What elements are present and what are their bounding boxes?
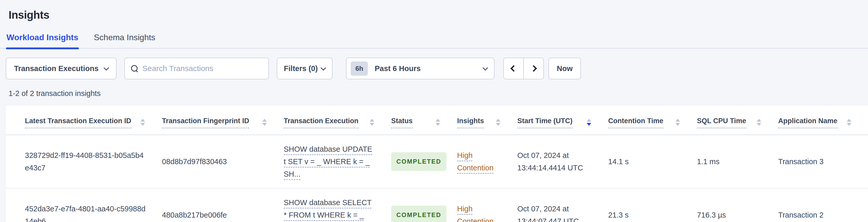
insights-cell: High Contention (457, 135, 517, 188)
insights-cell: High Contention (457, 188, 517, 222)
chevron-left-icon (510, 65, 517, 71)
start-time-cell: Oct 07, 2024 at 13:44:07.447 UTC (517, 188, 608, 222)
tab-bar: Workload Insights Schema Insights (0, 33, 868, 49)
column-header-application-name[interactable]: Application Name (778, 105, 868, 135)
sql-cpu-time-cell: 716.3 µs (697, 188, 778, 222)
tab-workload-insights[interactable]: Workload Insights (6, 33, 79, 48)
search-box[interactable] (124, 58, 269, 80)
application-name-cell: Transaction 2 (778, 188, 868, 222)
page-title: Insights (8, 9, 868, 21)
filters-button-label: Filters (0) (284, 64, 318, 73)
start-time-cell: Oct 07, 2024 at 13:44:14.4414 UTC (517, 135, 608, 188)
high-contention-link[interactable]: High Contention (457, 151, 493, 172)
toolbar: Transaction Executions Filters (0) 6h Pa… (0, 58, 868, 80)
sort-icon[interactable] (757, 119, 761, 126)
fingerprint-id-cell: 08d8b7d97f830463 (162, 135, 284, 188)
column-header-transaction-fingerprint-id[interactable]: Transaction Fingerprint ID (162, 105, 284, 135)
transaction-execution-link[interactable]: SHOW database SELECT * FROM t WHERE k = … (284, 198, 371, 222)
contention-time-cell: 14.1 s (608, 135, 697, 188)
search-input[interactable] (143, 64, 262, 73)
tab-schema-insights[interactable]: Schema Insights (93, 33, 156, 48)
latest-execution-id-cell: 328729d2-ff19-4408-8531-b05a5b4e43c7 (5, 135, 162, 188)
time-range-picker[interactable]: 6h Past 6 Hours (346, 58, 494, 80)
time-interval-badge: 6h (351, 61, 368, 76)
status-cell: COMPLETED (391, 135, 457, 188)
table-row: 328729d2-ff19-4408-8531-b05a5b4e43c7 08d… (5, 135, 868, 188)
sort-icon[interactable] (847, 119, 851, 126)
table-row: 452da3e7-e7fa-4801-aa40-c59988d14eb6 480… (5, 188, 868, 222)
previous-time-range-button[interactable] (503, 58, 524, 80)
column-header-insights[interactable]: Insights (457, 105, 517, 135)
sort-icon[interactable] (141, 119, 145, 126)
sort-icon-active-desc[interactable] (587, 119, 591, 126)
insights-table: Latest Transaction Execution ID Transact… (5, 105, 868, 222)
column-header-latest-transaction-execution-id[interactable]: Latest Transaction Execution ID (5, 105, 162, 135)
table-header-row: Latest Transaction Execution ID Transact… (5, 105, 868, 135)
column-header-transaction-execution[interactable]: Transaction Execution (284, 105, 391, 135)
contention-time-cell: 21.3 s (608, 188, 697, 222)
now-button-label: Now (557, 64, 572, 73)
transaction-execution-link[interactable]: SHOW database UPDATE t SET v = _ WHERE k… (284, 145, 372, 178)
search-icon (131, 65, 138, 72)
sql-cpu-time-cell: 1.1 ms (697, 135, 778, 188)
sort-icon[interactable] (675, 119, 680, 126)
time-nav (503, 58, 544, 80)
latest-execution-id-cell: 452da3e7-e7fa-4801-aa40-c59988d14eb6 (5, 188, 162, 222)
next-time-range-button[interactable] (524, 58, 544, 80)
sort-icon[interactable] (370, 119, 374, 126)
column-header-status[interactable]: Status (391, 105, 457, 135)
time-range-label: Past 6 Hours (375, 64, 421, 73)
status-badge: COMPLETED (391, 205, 446, 222)
transaction-execution-cell: SHOW database UPDATE t SET v = _ WHERE k… (284, 135, 391, 188)
insights-table-card: Latest Transaction Execution ID Transact… (5, 105, 868, 222)
sort-icon[interactable] (496, 119, 500, 126)
status-badge: COMPLETED (391, 152, 446, 171)
chevron-down-icon (320, 65, 326, 70)
column-header-contention-time[interactable]: Contention Time (608, 105, 697, 135)
column-header-start-time[interactable]: Start Time (UTC) (517, 105, 608, 135)
results-count: 1-2 of 2 transaction insights (8, 89, 868, 98)
application-name-cell: Transaction 3 (778, 135, 868, 188)
chevron-right-icon (530, 65, 537, 71)
chevron-down-icon (483, 65, 488, 70)
sort-icon[interactable] (262, 119, 267, 126)
filters-button[interactable]: Filters (0) (277, 58, 333, 80)
fingerprint-id-cell: 480a8b217be006fe (162, 188, 284, 222)
high-contention-link[interactable]: High Contention (457, 204, 493, 222)
status-cell: COMPLETED (391, 188, 457, 222)
workload-type-dropdown[interactable]: Transaction Executions (6, 58, 117, 80)
chevron-down-icon (103, 65, 109, 70)
sort-icon[interactable] (436, 119, 440, 126)
workload-type-dropdown-label: Transaction Executions (14, 64, 99, 73)
transaction-execution-cell: SHOW database SELECT * FROM t WHERE k = … (284, 188, 391, 222)
now-button[interactable]: Now (549, 58, 581, 80)
column-header-sql-cpu-time[interactable]: SQL CPU Time (697, 105, 778, 135)
